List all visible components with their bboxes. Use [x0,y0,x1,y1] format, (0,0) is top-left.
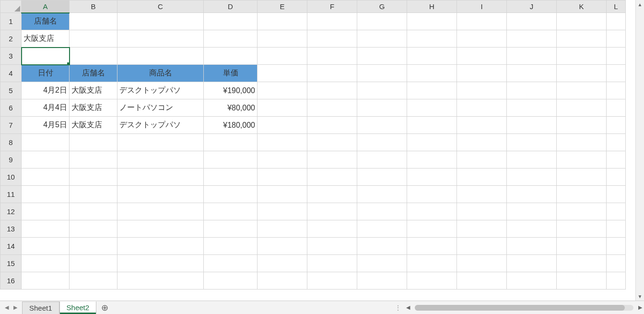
col-header-K[interactable]: K [557,0,607,13]
cell-G12[interactable] [357,203,407,220]
cell-L7[interactable] [607,117,626,134]
cell-F6[interactable] [307,99,357,117]
cell-G16[interactable] [357,272,407,290]
cell-J10[interactable] [507,169,557,186]
cell-K5[interactable] [557,82,607,99]
cell-G14[interactable] [357,238,407,255]
cell-B10[interactable] [70,169,117,186]
cell-K12[interactable] [557,203,607,220]
cell-B9[interactable] [70,151,117,169]
cell-L6[interactable] [607,99,626,117]
cell-K4[interactable] [557,65,607,82]
cell-C11[interactable] [117,186,204,203]
cell-L3[interactable] [607,48,626,65]
col-header-B[interactable]: B [70,0,117,13]
cell-C10[interactable] [117,169,204,186]
cell-G11[interactable] [357,186,407,203]
cell-F14[interactable] [307,238,357,255]
col-header-I[interactable]: I [457,0,507,13]
cell-E10[interactable] [258,169,307,186]
cell-K7[interactable] [557,117,607,134]
cell-I10[interactable] [457,169,507,186]
cell-F2[interactable] [307,30,357,48]
cell-I16[interactable] [457,272,507,290]
cell-C9[interactable] [117,151,204,169]
hscroll-track[interactable] [415,305,633,311]
cell-H16[interactable] [407,272,457,290]
cell-C16[interactable] [117,272,204,290]
cell-L12[interactable] [607,203,626,220]
cell-E2[interactable] [258,30,307,48]
row-header-5[interactable]: 5 [0,82,22,99]
row-header-8[interactable]: 8 [0,134,22,151]
cell-I2[interactable] [457,30,507,48]
cell-C3[interactable] [117,48,204,65]
cell-J8[interactable] [507,134,557,151]
cell-F11[interactable] [307,186,357,203]
cell-J7[interactable] [507,117,557,134]
row-header-11[interactable]: 11 [0,186,22,203]
cell-H11[interactable] [407,186,457,203]
cell-F16[interactable] [307,272,357,290]
cell-C2[interactable] [117,30,204,48]
cell-I15[interactable] [457,255,507,272]
cell-J13[interactable] [507,220,557,238]
cell-D16[interactable] [204,272,258,290]
cell-K15[interactable] [557,255,607,272]
row-header-15[interactable]: 15 [0,255,22,272]
cell-A2[interactable]: 大阪支店 [22,30,70,48]
cell-C1[interactable] [117,13,204,30]
cell-K16[interactable] [557,272,607,290]
scroll-up-icon[interactable]: ▲ [636,0,644,9]
cell-D13[interactable] [204,220,258,238]
cell-A14[interactable] [22,238,70,255]
select-all-corner[interactable] [0,0,22,13]
cell-G6[interactable] [357,99,407,117]
hscroll-grip-icon[interactable]: ⋮ [395,304,401,312]
cell-C5[interactable]: デスクトップパソ [117,82,204,99]
cell-J12[interactable] [507,203,557,220]
cell-D3[interactable] [204,48,258,65]
cell-F1[interactable] [307,13,357,30]
cell-B14[interactable] [70,238,117,255]
cell-B11[interactable] [70,186,117,203]
cell-L1[interactable] [607,13,626,30]
cell-B15[interactable] [70,255,117,272]
cell-B3[interactable] [70,48,117,65]
cell-C13[interactable] [117,220,204,238]
cell-E4[interactable] [258,65,307,82]
row-header-13[interactable]: 13 [0,220,22,238]
cell-K1[interactable] [557,13,607,30]
cell-H2[interactable] [407,30,457,48]
cell-K3[interactable] [557,48,607,65]
cell-D9[interactable] [204,151,258,169]
cell-K11[interactable] [557,186,607,203]
cell-H6[interactable] [407,99,457,117]
next-sheet-icon[interactable]: ▶ [13,304,17,311]
cell-B16[interactable] [70,272,117,290]
cell-F4[interactable] [307,65,357,82]
scroll-right-icon[interactable]: ▶ [636,304,644,312]
cell-F5[interactable] [307,82,357,99]
cell-D5[interactable]: ¥190,000 [204,82,258,99]
scroll-left-icon[interactable]: ◀ [404,304,412,312]
cell-L8[interactable] [607,134,626,151]
col-header-J[interactable]: J [507,0,557,13]
cell-G15[interactable] [357,255,407,272]
cell-E3[interactable] [258,48,307,65]
cell-K14[interactable] [557,238,607,255]
add-sheet-button[interactable]: ⊕ [96,301,113,314]
scroll-down-icon[interactable]: ▼ [636,292,644,301]
cell-A13[interactable] [22,220,70,238]
row-header-16[interactable]: 16 [0,272,22,290]
cell-G5[interactable] [357,82,407,99]
col-header-D[interactable]: D [204,0,258,13]
cell-K6[interactable] [557,99,607,117]
cell-B4[interactable]: 店舗名 [70,65,117,82]
cell-E16[interactable] [258,272,307,290]
col-header-F[interactable]: F [307,0,357,13]
cell-B6[interactable]: 大阪支店 [70,99,117,117]
cell-F9[interactable] [307,151,357,169]
cell-G9[interactable] [357,151,407,169]
cell-F7[interactable] [307,117,357,134]
